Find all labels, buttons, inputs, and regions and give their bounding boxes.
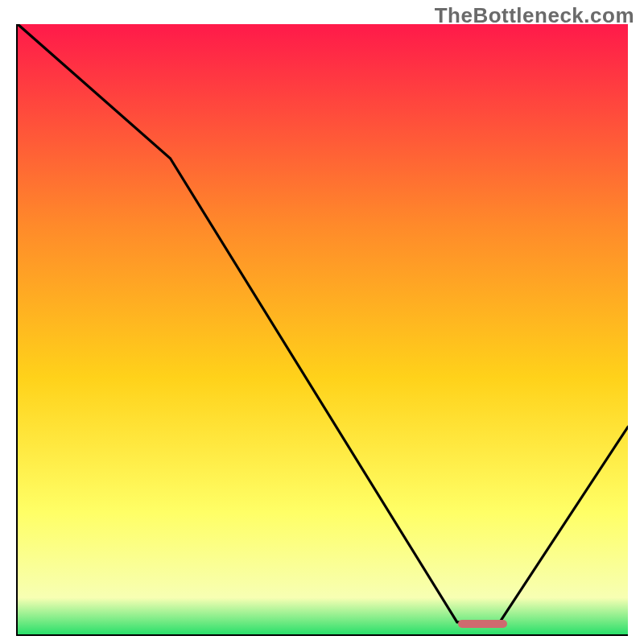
watermark-text: TheBottleneck.com (435, 3, 634, 28)
chart-container: TheBottleneck.com (0, 0, 644, 644)
plot-area (16, 24, 628, 636)
optimal-range-marker (458, 620, 507, 628)
bottleneck-curve (18, 24, 628, 634)
